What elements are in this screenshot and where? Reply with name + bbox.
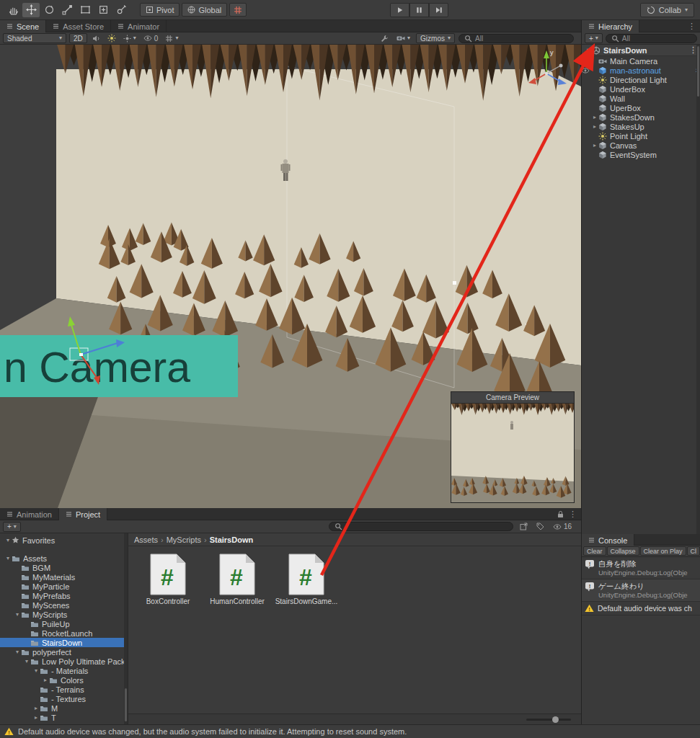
scale-tool-button[interactable] [58, 3, 76, 17]
project-tree-item-favorites[interactable]: ▾Favorites [0, 535, 128, 545]
expand-down-icon[interactable]: ▾ [4, 538, 12, 543]
kebab-icon[interactable]: ⋮ [688, 22, 696, 30]
project-tree-item-m[interactable]: ▸M [0, 703, 128, 713]
hierarchy-item-eventsystem[interactable]: EventSystem [582, 150, 700, 159]
console-collapse-button[interactable]: Collapse [607, 546, 639, 556]
project-tree-item-myscenes[interactable]: MyScenes [0, 600, 128, 610]
project-tree-item-myprefabs[interactable]: MyPrefabs [0, 591, 128, 600]
console-entry-log[interactable]: !自身を削除UnityEngine.Debug:Log(Obje [582, 557, 700, 579]
scene-camera-dropdown[interactable]: ▾ [394, 33, 412, 43]
console-cl-button[interactable]: Cl [687, 546, 700, 556]
tab-animator[interactable]: Animator [111, 20, 167, 32]
tab-animation[interactable]: Animation [0, 508, 59, 520]
breadcrumb-stairsdown[interactable]: StairsDown [210, 535, 254, 544]
step-button[interactable] [429, 3, 448, 17]
scene-audio-toggle[interactable] [90, 33, 102, 43]
scene-visibility-toggle[interactable]: 0 [141, 33, 161, 43]
hidden-packages-toggle[interactable]: 16 [551, 522, 574, 532]
labels-button[interactable] [534, 522, 546, 532]
project-tree-item-bgm[interactable]: BGM [0, 563, 128, 572]
eye-icon[interactable] [581, 68, 590, 74]
hierarchy-search-input[interactable]: All [606, 34, 697, 43]
project-tree-item-myparticle[interactable]: MyParticle [0, 582, 128, 591]
scene-effects-dropdown[interactable]: ▾ [121, 33, 138, 43]
global-toggle[interactable]: Global [182, 3, 227, 17]
expand-right-icon[interactable]: ▸ [32, 715, 40, 721]
expand-down-icon[interactable]: ▾ [32, 668, 40, 674]
hierarchy-item-stakesdown[interactable]: ▸StakesDown [582, 112, 700, 122]
tab-asset-store[interactable]: Asset Store [46, 20, 111, 32]
project-tree-item-t[interactable]: ▸T [0, 713, 128, 722]
project-tree-item-materials[interactable]: ▾- Materials [0, 666, 128, 675]
hierarchy-item-directional-light[interactable]: Directional Light [582, 75, 700, 84]
status-bar[interactable]: ! Default audio device was changed, but … [0, 724, 700, 738]
breadcrumb-myscripts[interactable]: MyScripts [167, 535, 201, 544]
scene-viewport[interactable]: n Cameray Camera Preview [0, 45, 581, 508]
console-entry-log[interactable]: !ゲーム終わりUnityEngine.Debug:Log(Obje [582, 579, 700, 602]
expand-down-icon[interactable]: ▾ [14, 612, 21, 618]
tab-hierarchy[interactable]: Hierarchy [582, 20, 639, 32]
open-search-window-button[interactable] [518, 522, 530, 532]
hierarchy-item-wall[interactable]: Wall [582, 94, 700, 103]
project-tree-item-rocketlaunch[interactable]: RocketLaunch [0, 628, 128, 638]
move-tool-button[interactable] [22, 3, 40, 17]
project-tree-item-stairsdown[interactable]: StairsDown [0, 638, 128, 647]
grid-snap-button[interactable] [229, 3, 247, 17]
tab-project[interactable]: Project [59, 508, 107, 520]
grid-visibility-dropdown[interactable]: ▾ [163, 33, 180, 43]
console-entry-warning[interactable]: !Default audio device was ch [582, 602, 700, 615]
transform-tool-button[interactable] [94, 3, 112, 17]
expand-right-icon[interactable]: ▸ [32, 706, 40, 711]
breadcrumb-assets[interactable]: Assets [134, 535, 158, 544]
rotate-tool-button[interactable] [40, 3, 58, 17]
project-tree-item-low-poly-ultimate-pack[interactable]: ▾Low Poly Ultimate Pack [0, 657, 128, 666]
2d-toggle[interactable]: 2D [69, 33, 87, 43]
expand-right-icon[interactable]: ▸ [42, 677, 49, 683]
expand-right-icon[interactable]: ▸ [591, 143, 598, 148]
hierarchy-item-main-camera[interactable]: Main Camera [582, 56, 700, 66]
scene-search-input[interactable]: All [458, 34, 574, 43]
expand-right-icon[interactable]: ▸ [591, 115, 598, 120]
project-tree-item-colors[interactable]: ▸Colors [0, 675, 128, 685]
expand-down-icon[interactable]: ▾ [4, 556, 12, 561]
scene-lighting-toggle[interactable] [105, 33, 118, 43]
hierarchy-item-point-light[interactable]: Point Light [582, 131, 700, 141]
project-tree-item-puileup[interactable]: PuileUp [0, 619, 128, 628]
collab-button[interactable]: Collab ▾ [640, 3, 694, 17]
project-tree-item-myscripts[interactable]: ▾MyScripts [0, 610, 128, 619]
play-button[interactable] [390, 3, 409, 17]
kebab-icon[interactable]: ⋮ [569, 510, 577, 518]
pivot-toggle[interactable]: Pivot [140, 3, 180, 17]
shading-mode-dropdown[interactable]: Shaded ▾ [3, 33, 66, 43]
hierarchy-item-underbox[interactable]: UnderBox [582, 84, 700, 94]
project-tree-scrollbar[interactable] [124, 533, 128, 724]
gizmos-dropdown[interactable]: Gizmos ▾ [416, 33, 455, 43]
lock-icon[interactable] [557, 510, 564, 518]
hierarchy-scene-stairsdown[interactable]: ▾ StairsDown ⋮ [582, 45, 700, 56]
expand-right-icon[interactable]: ▸ [591, 124, 598, 130]
project-file-humancontroller[interactable]: #HumanController [206, 554, 268, 605]
pause-button[interactable] [409, 3, 429, 17]
custom-tool-button[interactable] [112, 3, 130, 17]
project-search-input[interactable] [329, 522, 513, 531]
project-create-button[interactable]: +▾ [3, 522, 21, 532]
hand-tool-button[interactable] [4, 3, 22, 17]
tab-scene[interactable]: Scene [0, 20, 46, 32]
expand-down-icon[interactable]: ▾ [23, 659, 30, 664]
scene-tools-button[interactable] [378, 33, 391, 43]
icon-size-slider[interactable] [526, 719, 571, 721]
project-file-boxcontroller[interactable]: #BoxController [137, 554, 199, 605]
hierarchy-create-button[interactable]: +▾ [585, 33, 603, 43]
expand-down-icon[interactable]: ▾ [14, 649, 21, 655]
hierarchy-item-man-astronaut[interactable]: man-astronaut› [582, 66, 700, 75]
hierarchy-item-uperbox[interactable]: UperBox [582, 103, 700, 112]
project-tree-item-polyperfect[interactable]: ▾polyperfect [0, 647, 128, 657]
project-file-stairsdowngame[interactable]: #StairsDownGame... [275, 554, 337, 605]
rect-tool-button[interactable] [76, 3, 94, 17]
console-clear-button[interactable]: Clear [583, 546, 606, 556]
hierarchy-item-stakesup[interactable]: ▸StakesUp [582, 122, 700, 131]
project-tree-item-assets[interactable]: ▾Assets [0, 554, 128, 563]
slider-knob[interactable] [552, 716, 559, 723]
hierarchy-item-canvas[interactable]: ▸Canvas [582, 141, 700, 150]
hierarchy-scrollbar[interactable] [696, 45, 700, 534]
